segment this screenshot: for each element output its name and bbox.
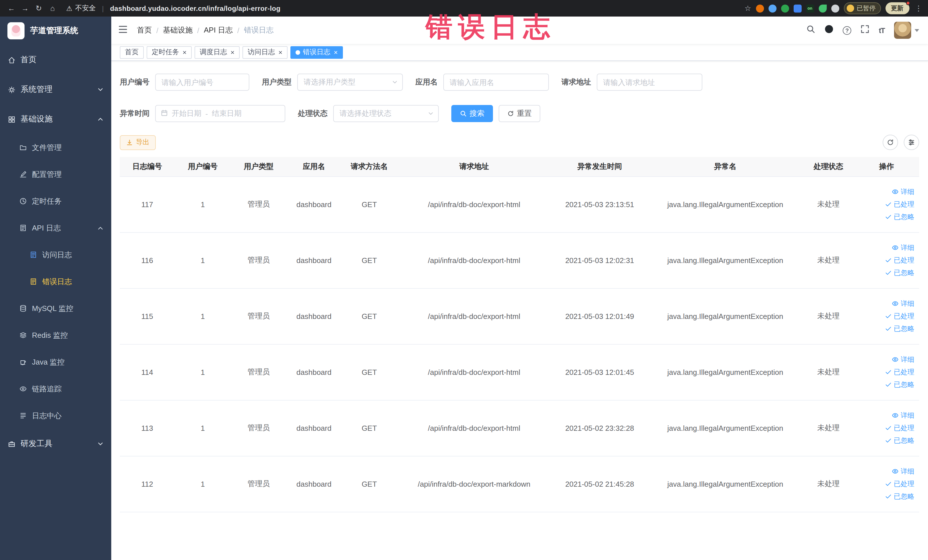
- document-icon: [30, 278, 37, 285]
- close-icon[interactable]: ×: [278, 49, 282, 56]
- help-icon[interactable]: ?: [843, 26, 851, 35]
- reset-button[interactable]: 重置: [499, 105, 540, 122]
- processed-link[interactable]: 已处理: [857, 478, 914, 490]
- search-icon[interactable]: [806, 24, 815, 36]
- sidebar-item-log-center[interactable]: 日志中心: [0, 402, 111, 429]
- sidebar-item-home[interactable]: 首页: [0, 45, 111, 75]
- ignored-link[interactable]: 已忽略: [857, 211, 914, 223]
- sidebar-item-system[interactable]: 系统管理: [0, 75, 111, 104]
- app-name-input[interactable]: [443, 73, 549, 91]
- processed-link[interactable]: 已处理: [857, 198, 914, 211]
- search-button[interactable]: 搜索: [451, 105, 493, 122]
- processed-link[interactable]: 已处理: [857, 310, 914, 322]
- ignored-link[interactable]: 已忽略: [857, 490, 914, 503]
- tab-error-log[interactable]: 错误日志×: [290, 46, 343, 58]
- home-icon[interactable]: ⌂: [47, 3, 58, 14]
- detail-link[interactable]: 详细: [857, 241, 914, 254]
- fullscreen-icon[interactable]: [860, 24, 870, 36]
- close-icon[interactable]: ×: [334, 49, 338, 56]
- sidebar-item-infra[interactable]: 基础设施: [0, 104, 111, 134]
- user-id-input[interactable]: [155, 73, 249, 91]
- sidebar-item-dev-tools[interactable]: 研发工具: [0, 429, 111, 459]
- site-security[interactable]: ⚠ 不安全: [66, 3, 96, 13]
- col-app-name: 应用名: [286, 157, 342, 176]
- close-icon[interactable]: ×: [230, 49, 235, 56]
- detail-link[interactable]: 详细: [857, 465, 914, 478]
- address-bar[interactable]: dashboard.yudao.iocoder.cn/infra/log/api…: [110, 4, 281, 12]
- column-settings-button[interactable]: [904, 135, 919, 150]
- cell-exception-time: 2021-05-02 23:32:28: [551, 400, 648, 456]
- cell-method: GET: [342, 288, 397, 344]
- breadcrumb-item[interactable]: 基础设施: [163, 25, 192, 35]
- processed-link[interactable]: 已处理: [857, 254, 914, 267]
- breadcrumb: 首页 / 基础设施 / API 日志 / 错误日志: [137, 25, 273, 35]
- extension-on-badge-icon[interactable]: on: [806, 4, 814, 12]
- cell-user-type: 管理员: [231, 288, 286, 344]
- cell-actions: 详细 已处理 已忽略: [855, 232, 919, 288]
- extension-paw-icon[interactable]: [831, 4, 839, 12]
- tab-access-log[interactable]: 访问日志×: [243, 46, 288, 58]
- paused-extension-badge[interactable]: 已暂停: [844, 2, 881, 14]
- extension-icon[interactable]: [756, 4, 764, 12]
- update-notification-dot: [906, 1, 910, 5]
- process-status-select[interactable]: 请选择处理状态: [333, 105, 439, 122]
- tab-label: 定时任务: [152, 47, 179, 57]
- bookmark-star-icon[interactable]: ☆: [745, 4, 751, 12]
- ignored-link[interactable]: 已忽略: [857, 434, 914, 447]
- sidebar-item-access-log[interactable]: 访问日志: [0, 241, 111, 268]
- cell-exception-time: 2021-05-02 21:45:28: [551, 456, 648, 512]
- processed-link[interactable]: 已处理: [857, 366, 914, 378]
- detail-link[interactable]: 详细: [857, 353, 914, 366]
- sidebar-item-api-log[interactable]: API 日志: [0, 215, 111, 241]
- action-label: 详细: [901, 185, 914, 198]
- refresh-button[interactable]: [882, 135, 898, 150]
- close-icon[interactable]: ×: [183, 49, 186, 56]
- sidebar-item-tracing[interactable]: 链路追踪: [0, 375, 111, 402]
- extension-icon[interactable]: [793, 4, 801, 12]
- browser-menu-icon[interactable]: ⋮: [915, 4, 922, 12]
- reload-icon[interactable]: ↻: [33, 3, 44, 14]
- user-type-select[interactable]: 请选择用户类型: [297, 73, 403, 91]
- menu-label: Java 监控: [32, 357, 64, 367]
- forward-icon[interactable]: →: [20, 3, 31, 14]
- ignored-link[interactable]: 已忽略: [857, 267, 914, 279]
- extension-icon[interactable]: [768, 4, 776, 12]
- ignored-link[interactable]: 已忽略: [857, 322, 914, 335]
- font-size-icon[interactable]: tT: [879, 26, 885, 35]
- extension-leaf-icon[interactable]: [818, 4, 826, 12]
- cup-icon: [20, 358, 27, 366]
- cell-user-id: 1: [175, 456, 231, 512]
- detail-link[interactable]: 详细: [857, 185, 914, 198]
- tab-dispatch-log[interactable]: 调度日志×: [195, 46, 240, 58]
- tab-scheduled-tasks[interactable]: 定时任务×: [147, 46, 192, 58]
- browser-update-button[interactable]: 更新: [885, 2, 909, 14]
- hamburger-icon[interactable]: [118, 24, 128, 36]
- sidebar-item-mysql-monitor[interactable]: MySQL 监控: [0, 295, 111, 322]
- detail-link[interactable]: 详细: [857, 409, 914, 422]
- processed-link[interactable]: 已处理: [857, 422, 914, 434]
- cell-status: 未处理: [803, 176, 855, 232]
- back-icon[interactable]: ←: [6, 3, 17, 14]
- export-button[interactable]: 导出: [120, 135, 156, 150]
- app-logo[interactable]: 芋道管理系统: [0, 17, 111, 45]
- ignored-link[interactable]: 已忽略: [857, 378, 914, 391]
- sidebar-item-config-mgmt[interactable]: 配置管理: [0, 161, 111, 188]
- sidebar-item-file-mgmt[interactable]: 文件管理: [0, 134, 111, 161]
- detail-link[interactable]: 详细: [857, 297, 914, 310]
- date-range-picker[interactable]: 开始日期 - 结束日期: [155, 105, 285, 122]
- request-url-input[interactable]: [597, 73, 702, 91]
- github-icon[interactable]: [824, 24, 833, 36]
- edit-icon: [20, 171, 27, 178]
- topbar: 首页 / 基础设施 / API 日志 / 错误日志 ? tT: [111, 17, 928, 44]
- tab-home[interactable]: 首页: [120, 46, 144, 58]
- menu-label: 访问日志: [42, 250, 72, 260]
- user-menu[interactable]: [894, 22, 919, 39]
- breadcrumb-item[interactable]: 首页: [137, 25, 152, 35]
- sidebar-item-scheduled-tasks[interactable]: 定时任务: [0, 188, 111, 215]
- sidebar-item-error-log[interactable]: 错误日志: [0, 268, 111, 295]
- sidebar-item-java-monitor[interactable]: Java 监控: [0, 349, 111, 375]
- breadcrumb-item[interactable]: API 日志: [204, 25, 233, 35]
- tab-label: 访问日志: [247, 47, 275, 57]
- extension-icon[interactable]: [781, 4, 789, 12]
- sidebar-item-redis-monitor[interactable]: Redis 监控: [0, 322, 111, 349]
